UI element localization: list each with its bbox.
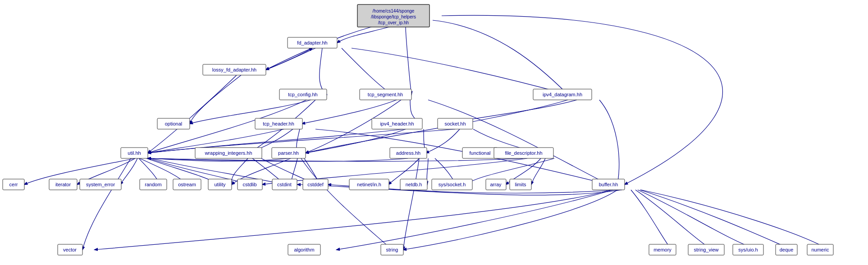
svg-text:/tcp_over_ip.hh: /tcp_over_ip.hh xyxy=(378,20,409,25)
ostream-node: ostream xyxy=(173,179,201,190)
svg-text:util.hh: util.hh xyxy=(128,150,141,156)
wrapping-integers-node: wrapping_integers.hh xyxy=(195,148,262,158)
svg-text:deque: deque xyxy=(780,247,794,252)
root-node: /home/cs144/sponge /libsponge/tcp_helper… xyxy=(357,4,429,27)
netinet-node: netinet/in.h xyxy=(349,179,389,190)
svg-text:string: string xyxy=(386,247,398,252)
functional-node: functional xyxy=(462,148,498,158)
address-node: address.hh xyxy=(390,148,427,158)
ipv4-header-node: ipv4_header.hh xyxy=(372,118,422,129)
svg-text:string_view: string_view xyxy=(694,247,718,252)
string-view-node: string_view xyxy=(688,244,724,255)
file-descriptor-node: file_descriptor.hh xyxy=(494,148,553,158)
svg-text:random: random xyxy=(145,182,161,187)
svg-text:system_error: system_error xyxy=(86,182,115,187)
svg-text:parser.hh: parser.hh xyxy=(278,150,299,156)
vector-node: vector xyxy=(58,244,82,255)
svg-text:ostream: ostream xyxy=(178,182,196,187)
svg-text:cerr: cerr xyxy=(9,182,18,187)
svg-text:wrapping_integers.hh: wrapping_integers.hh xyxy=(204,150,252,156)
parser-node: parser.hh xyxy=(272,148,306,158)
svg-text:memory: memory xyxy=(653,247,672,252)
optional-node: optional xyxy=(157,118,190,129)
svg-text:ipv4_datagram.hh: ipv4_datagram.hh xyxy=(543,92,582,97)
system-error-node: system_error xyxy=(80,179,121,190)
util-node: util.hh xyxy=(121,148,148,158)
svg-text:fd_adapter.hh: fd_adapter.hh xyxy=(297,40,327,45)
svg-text:address.hh: address.hh xyxy=(396,150,420,156)
svg-text:numeric: numeric xyxy=(811,247,829,252)
sys-uio-node: sys/uio.h xyxy=(733,244,763,255)
svg-text:iterator: iterator xyxy=(55,182,71,187)
tcp-segment-node: tcp_segment.hh xyxy=(360,89,411,100)
cerr-node: cerr xyxy=(3,179,24,190)
cstdlib-node: cstdlib xyxy=(238,179,262,190)
svg-text:vector: vector xyxy=(63,247,77,252)
cstdint-node: cstdint xyxy=(272,179,297,190)
svg-text:file_descriptor.hh: file_descriptor.hh xyxy=(505,150,542,156)
svg-text:array: array xyxy=(490,182,502,187)
fd-adapter-node: fd_adapter.hh xyxy=(288,37,337,48)
svg-text:ipv4_header.hh: ipv4_header.hh xyxy=(380,121,414,126)
svg-text:algorithm: algorithm xyxy=(294,247,314,252)
svg-text:sys/uio.h: sys/uio.h xyxy=(738,247,758,252)
cstddef-node: cstddef xyxy=(303,179,328,190)
socket-node: socket.hh xyxy=(438,118,473,129)
svg-text:cstdlib: cstdlib xyxy=(242,182,256,187)
iterator-node: iterator xyxy=(49,179,77,190)
svg-text:tcp_header.hh: tcp_header.hh xyxy=(263,121,294,126)
svg-text:tcp_segment.hh: tcp_segment.hh xyxy=(368,92,403,97)
svg-text:lossy_fd_adapter.hh: lossy_fd_adapter.hh xyxy=(212,67,256,72)
tcp-header-node: tcp_header.hh xyxy=(255,118,302,129)
svg-text:functional: functional xyxy=(469,150,490,156)
array-node: array xyxy=(486,179,506,190)
svg-text:cstdint: cstdint xyxy=(277,182,292,187)
svg-text:tcp_config.hh: tcp_config.hh xyxy=(288,92,317,97)
svg-text:optional: optional xyxy=(165,121,183,126)
limits-node: limits xyxy=(510,179,531,190)
svg-text:/libsponge/tcp_helpers: /libsponge/tcp_helpers xyxy=(371,14,416,19)
memory-node: memory xyxy=(649,244,676,255)
ipv4-datagram-node: ipv4_datagram.hh xyxy=(533,89,592,100)
svg-text:/home/cs144/sponge: /home/cs144/sponge xyxy=(373,9,415,13)
buffer-node: buffer.hh xyxy=(592,179,625,190)
svg-text:netinet/in.h: netinet/in.h xyxy=(357,182,381,187)
tcp-config-node: tcp_config.hh xyxy=(279,89,327,100)
svg-text:utility: utility xyxy=(214,182,226,187)
algorithm-node: algorithm xyxy=(288,244,320,255)
lossy-fd-adapter-node: lossy_fd_adapter.hh xyxy=(203,64,266,75)
sys-socket-node: sys/socket.h xyxy=(432,179,472,190)
deque-node: deque xyxy=(776,244,797,255)
svg-text:buffer.hh: buffer.hh xyxy=(599,182,618,187)
svg-text:sys/socket.h: sys/socket.h xyxy=(439,182,466,187)
svg-text:limits: limits xyxy=(515,182,526,187)
svg-text:cstddef: cstddef xyxy=(307,182,324,187)
utility-node: utility xyxy=(208,179,232,190)
svg-text:netdb.h: netdb.h xyxy=(406,182,422,187)
string-node: string xyxy=(381,244,403,255)
random-node: random xyxy=(140,179,167,190)
svg-text:socket.hh: socket.hh xyxy=(444,121,466,126)
netdb-node: netdb.h xyxy=(400,179,427,190)
numeric-node: numeric xyxy=(807,244,833,255)
